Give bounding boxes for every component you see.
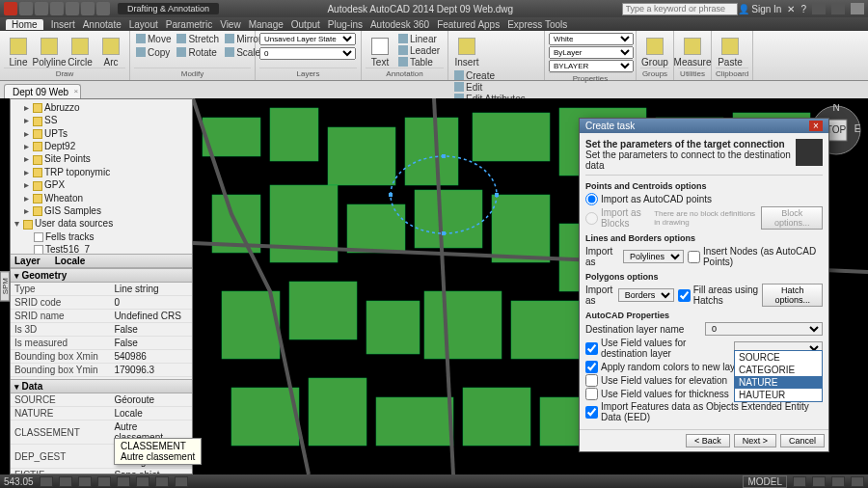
- qat-save-icon[interactable]: [50, 2, 64, 15]
- tree-folder[interactable]: ▸Wheaton: [13, 192, 190, 204]
- dialog-titlebar[interactable]: Create task ×: [580, 119, 828, 133]
- data-header[interactable]: ▾ Data: [11, 379, 192, 393]
- tool-text[interactable]: Text: [366, 33, 394, 68]
- dropdown-opt-nature[interactable]: NATURE: [735, 376, 822, 389]
- layer-state-dropdown[interactable]: Unsaved Layer State: [259, 33, 356, 45]
- radio-blocks[interactable]: Import as Blocks: [585, 207, 650, 229]
- back-button[interactable]: < Back: [686, 434, 730, 447]
- prop-linetype[interactable]: ByLayer: [549, 46, 634, 59]
- current-layer-dropdown[interactable]: 0: [259, 47, 356, 60]
- qat-print-icon[interactable]: [96, 2, 110, 15]
- document-tab-active[interactable]: Dept 09 Web×: [4, 84, 81, 98]
- tool-linear[interactable]: Linear: [396, 33, 442, 44]
- radio-acad-points[interactable]: Import as AutoCAD points: [585, 193, 823, 205]
- geometry-header[interactable]: ▾ Geometry: [11, 268, 192, 283]
- property-row[interactable]: Bounding box Xmin540986: [11, 350, 192, 364]
- tool-leader[interactable]: Leader: [396, 44, 442, 56]
- check-insert-nodes[interactable]: Insert Nodes (as AutoCAD Points): [688, 246, 823, 267]
- tree-folder[interactable]: ▸GIS Samples: [13, 204, 190, 217]
- dialog-close-button[interactable]: ×: [809, 121, 823, 131]
- status-btn-b[interactable]: [812, 476, 826, 487]
- qat-redo-icon[interactable]: [81, 2, 95, 15]
- tab-home[interactable]: Home: [6, 19, 43, 30]
- tool-line[interactable]: Line: [4, 33, 33, 68]
- tool-move[interactable]: Move: [134, 33, 173, 44]
- check-import-eed[interactable]: Import Features data as Objects Extended…: [585, 401, 823, 422]
- next-button[interactable]: Next >: [734, 434, 776, 447]
- ortho-toggle[interactable]: [78, 476, 92, 487]
- tree-user-sources[interactable]: ▾User data sources: [13, 217, 190, 230]
- tool-group[interactable]: Group: [640, 33, 669, 68]
- tree-folder[interactable]: ▸TRP toponymic: [13, 166, 190, 178]
- minimize-button[interactable]: [812, 3, 826, 14]
- prop-color[interactable]: White: [549, 33, 634, 45]
- dest-layer-select[interactable]: 0: [705, 322, 823, 336]
- tab-manage[interactable]: Manage: [249, 19, 284, 30]
- prop-lineweight[interactable]: BYLAYER: [549, 60, 634, 72]
- tab-close-icon[interactable]: ×: [74, 87, 79, 95]
- check-fill-hatch[interactable]: Fill areas using Hatchs: [678, 285, 759, 306]
- qat-open-icon[interactable]: [35, 2, 48, 15]
- status-btn-a[interactable]: [793, 476, 806, 487]
- workspace-switcher[interactable]: Drafting & Annotation: [118, 3, 219, 14]
- cancel-button[interactable]: Cancel: [780, 434, 825, 447]
- property-row[interactable]: SOURCEGéoroute: [11, 393, 192, 407]
- data-tree[interactable]: ▸Abruzzo▸SS▸UPTs▸Dept92▸Site Points▸TRP …: [11, 99, 192, 254]
- property-row[interactable]: NATURELocale: [11, 407, 192, 420]
- tool-create-block[interactable]: Create: [452, 69, 528, 81]
- tab-view[interactable]: View: [220, 19, 241, 30]
- qat-undo-icon[interactable]: [66, 2, 79, 15]
- drawing-area[interactable]: SPM ▸Abruzzo▸SS▸UPTs▸Dept92▸Site Points▸…: [0, 98, 868, 474]
- tool-stretch[interactable]: Stretch: [175, 33, 221, 44]
- osnap-toggle[interactable]: [117, 476, 130, 487]
- status-btn-c[interactable]: [831, 476, 845, 487]
- tree-datasource[interactable]: Fells tracks: [13, 230, 190, 243]
- tool-rotate[interactable]: Rotate: [175, 46, 221, 58]
- property-row[interactable]: Is measuredFalse: [11, 337, 192, 350]
- close-button[interactable]: [851, 3, 864, 14]
- property-row[interactable]: Bounding box Ymin179096.3: [11, 364, 192, 377]
- check-field-layer[interactable]: Use Field values for destination layer: [585, 338, 730, 359]
- tree-folder[interactable]: ▸Abruzzo: [13, 101, 190, 114]
- dropdown-opt-source[interactable]: SOURCE: [735, 351, 822, 364]
- polar-toggle[interactable]: [97, 476, 111, 487]
- polygons-import-select[interactable]: Borders: [618, 288, 674, 302]
- status-btn-d[interactable]: [851, 476, 864, 487]
- tool-measure[interactable]: Measure: [678, 33, 707, 68]
- tool-copy[interactable]: Copy: [134, 46, 173, 58]
- tool-arc[interactable]: Arc: [96, 33, 125, 68]
- field-layer-dropdown-list[interactable]: SOURCE CATEGORIE NATURE HAUTEUR: [734, 350, 823, 402]
- lwt-toggle[interactable]: [175, 476, 188, 487]
- tool-table[interactable]: Table: [396, 56, 442, 68]
- tab-plugins[interactable]: Plug-ins: [328, 19, 363, 30]
- exchange-icon[interactable]: ✕: [787, 4, 795, 14]
- tree-folder[interactable]: ▸GPX: [13, 178, 190, 191]
- app-logo-icon[interactable]: [4, 2, 17, 15]
- lines-import-select[interactable]: Polylines: [623, 250, 684, 263]
- snap-toggle[interactable]: [40, 476, 53, 487]
- hatch-options-button[interactable]: Hatch options...: [762, 284, 823, 307]
- tree-folder[interactable]: ▸Site Points: [13, 152, 190, 165]
- tab-output[interactable]: Output: [291, 19, 320, 30]
- tab-express[interactable]: Express Tools: [507, 19, 567, 30]
- signin-link[interactable]: 👤 Sign In: [738, 4, 782, 14]
- model-space-button[interactable]: MODEL: [743, 475, 787, 488]
- tree-datasource[interactable]: Test516_7: [13, 243, 190, 254]
- tool-polyline[interactable]: Polyline: [35, 33, 64, 68]
- dropdown-opt-hauteur[interactable]: HAUTEUR: [735, 389, 822, 401]
- help-icon[interactable]: ?: [800, 4, 806, 14]
- tool-insert[interactable]: Insert: [452, 33, 481, 68]
- tool-paste[interactable]: Paste: [716, 33, 745, 68]
- property-row[interactable]: TypeLine string: [11, 283, 192, 296]
- qat-new-icon[interactable]: [19, 2, 33, 15]
- tab-layout[interactable]: Layout: [129, 19, 158, 30]
- side-tab-spm[interactable]: SPM: [0, 271, 10, 301]
- tab-autodesk360[interactable]: Autodesk 360: [370, 19, 429, 30]
- tab-insert[interactable]: Insert: [51, 19, 75, 30]
- maximize-button[interactable]: [831, 3, 845, 14]
- property-row[interactable]: SRID code0: [11, 296, 192, 310]
- tab-annotate[interactable]: Annotate: [83, 19, 122, 30]
- property-row[interactable]: FICTIFSans objet: [11, 469, 192, 474]
- help-search-input[interactable]: [622, 3, 738, 15]
- otrack-toggle[interactable]: [136, 476, 149, 487]
